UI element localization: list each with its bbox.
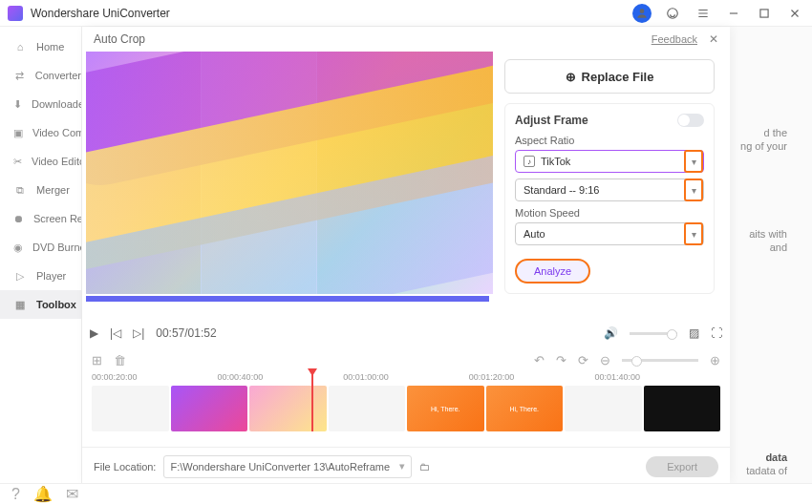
delete-clip-button[interactable]: 🗑: [114, 353, 126, 368]
sidebar-item-downloader[interactable]: ⬇Downloader: [0, 90, 81, 118]
user-avatar-icon[interactable]: [632, 4, 652, 23]
motion-speed-label: Motion Speed: [515, 207, 704, 219]
help-icon[interactable]: ?: [11, 486, 20, 503]
titlebar: Wondershare UniConverter: [0, 0, 812, 27]
support-icon[interactable]: [663, 4, 682, 23]
chevron-down-icon[interactable]: ▾: [684, 222, 703, 245]
record-icon: ⏺: [13, 213, 24, 224]
volume-icon[interactable]: 🔊: [604, 326, 618, 340]
maximize-icon[interactable]: [755, 4, 774, 23]
auto-crop-modal: Auto Crop Feedback ✕ ⊕ Replace File: [82, 27, 730, 483]
timeline-thumb[interactable]: [329, 386, 406, 431]
timeline-thumb[interactable]: [565, 386, 642, 431]
browse-folder-icon[interactable]: 🗀: [419, 461, 430, 472]
file-location-input[interactable]: F:\Wondershare UniConverter 13\AutoRefra…: [163, 455, 412, 478]
sidebar-item-compressor[interactable]: ▣Video Compressor: [0, 118, 81, 147]
standard-select[interactable]: Standard -- 9:16 ▾: [515, 178, 704, 201]
replace-label: Replace File: [582, 70, 654, 84]
chevron-down-icon[interactable]: ▾: [684, 178, 703, 201]
zoom-out-button[interactable]: ⊖: [600, 353, 610, 368]
modal-close-icon[interactable]: ✕: [709, 32, 718, 46]
progress-bar[interactable]: [86, 296, 489, 302]
sidebar-item-home[interactable]: ⌂Home: [0, 32, 81, 61]
add-clip-button[interactable]: ⊞: [92, 353, 102, 368]
adjust-frame-label: Adjust Frame: [515, 114, 588, 127]
refresh-button[interactable]: ⟳: [578, 353, 588, 368]
sidebar-item-merger[interactable]: ⧉Merger: [0, 176, 81, 204]
analyze-button[interactable]: Analyze: [515, 259, 590, 284]
scissors-icon: ✂: [13, 156, 22, 168]
volume-slider[interactable]: [630, 332, 677, 335]
timeline-thumb[interactable]: [249, 386, 327, 431]
bg-text: tadata of: [746, 464, 787, 478]
sidebar-item-editor[interactable]: ✂Video Editor: [0, 147, 81, 176]
zoom-in-button[interactable]: ⊕: [710, 353, 720, 368]
sidebar-item-player[interactable]: ▷Player: [0, 262, 81, 290]
status-bar: ? 🔔 ✉: [0, 483, 812, 504]
playback-controls: ▶ |◁ ▷| 00:57/01:52 🔊 ▨ ⛶: [82, 319, 730, 347]
home-icon: ⌂: [13, 41, 27, 52]
timeline-thumb[interactable]: Hi, There.: [407, 386, 484, 431]
sidebar-item-label: Screen Recorder: [33, 213, 81, 224]
zoom-slider[interactable]: [622, 359, 698, 362]
timeline-toolbar: ⊞ 🗑 ↶ ↷ ⟳ ⊖ ⊕: [82, 347, 730, 372]
video-preview[interactable]: [86, 52, 493, 294]
chevron-down-icon[interactable]: ▾: [684, 150, 703, 173]
modal-footer: File Location: F:\Wondershare UniConvert…: [82, 447, 730, 485]
replace-file-button[interactable]: ⊕ Replace File: [504, 59, 715, 94]
undo-button[interactable]: ↶: [534, 353, 545, 368]
app-title: Wondershare UniConverter: [31, 7, 632, 20]
sidebar-item-label: Downloader: [32, 98, 81, 110]
sidebar-item-recorder[interactable]: ⏺Screen Recorder: [0, 204, 81, 233]
notification-icon[interactable]: 🔔: [33, 485, 53, 503]
sidebar-item-label: Converter: [35, 70, 81, 81]
play-button[interactable]: ▶: [90, 326, 98, 340]
svg-point-0: [640, 9, 645, 13]
bg-text: and: [770, 241, 787, 255]
redo-button[interactable]: ↷: [556, 353, 566, 368]
sidebar-item-label: Player: [36, 270, 66, 282]
timeline-scrubber[interactable]: [311, 372, 313, 431]
timeline-thumb[interactable]: [171, 386, 248, 431]
sidebar-item-converter[interactable]: ⇄Converter: [0, 61, 81, 90]
sidebar-item-label: Toolbox: [36, 299, 76, 310]
merge-icon: ⧉: [13, 184, 27, 197]
motion-speed-select[interactable]: Auto ▾: [515, 222, 704, 245]
app-logo-icon: [8, 6, 23, 21]
adjust-frame-toggle[interactable]: [677, 114, 704, 127]
close-icon[interactable]: [785, 4, 804, 23]
aspect-ratio-select[interactable]: ♪ TikTok ▾: [515, 150, 704, 173]
feedback-link[interactable]: Feedback: [652, 33, 697, 45]
timeline-thumbnails[interactable]: Hi, There. Hi, There.: [92, 386, 720, 431]
snapshot-icon[interactable]: ▨: [689, 326, 699, 340]
chevron-down-icon[interactable]: ▾: [399, 460, 405, 472]
sidebar-item-label: DVD Burner: [32, 242, 81, 253]
timeline-thumb[interactable]: Hi, There.: [486, 386, 564, 431]
file-location-value: F:\Wondershare UniConverter 13\AutoRefra…: [170, 461, 390, 472]
minimize-icon[interactable]: [724, 4, 743, 23]
timeline[interactable]: 00:00:20:00 00:00:40:00 00:01:00:00 00:0…: [82, 372, 730, 441]
timeline-thumb[interactable]: [644, 386, 721, 431]
sidebar-item-label: Video Compressor: [32, 127, 81, 138]
svg-rect-2: [760, 9, 768, 16]
modal-title: Auto Crop: [94, 32, 145, 46]
prev-frame-button[interactable]: |◁: [110, 326, 121, 340]
mail-icon[interactable]: ✉: [66, 485, 78, 503]
time-ruler: 00:00:20:00 00:00:40:00 00:01:00:00 00:0…: [92, 372, 720, 386]
fullscreen-icon[interactable]: ⛶: [711, 326, 722, 340]
menu-icon[interactable]: [694, 4, 713, 23]
motion-speed-value: Auto: [524, 228, 545, 240]
download-icon: ⬇: [13, 98, 22, 111]
sidebar-item-label: Home: [36, 41, 64, 52]
sidebar-item-toolbox[interactable]: ▦Toolbox: [0, 290, 81, 319]
play-icon: ▷: [13, 270, 27, 283]
standard-value: Standard -- 9:16: [524, 184, 600, 196]
adjust-frame-card: Adjust Frame Aspect Ratio ♪ TikTok ▾ Sta…: [504, 103, 715, 294]
timeline-thumb[interactable]: [92, 386, 169, 431]
export-button[interactable]: Export: [646, 456, 718, 477]
main-area: d the ng of your aits with and data tada…: [82, 27, 812, 483]
sidebar-item-dvd[interactable]: ◉DVD Burner: [0, 233, 81, 262]
next-frame-button[interactable]: ▷|: [133, 326, 144, 340]
sidebar-item-label: Merger: [36, 184, 70, 196]
tiktok-icon: ♪: [524, 156, 535, 167]
